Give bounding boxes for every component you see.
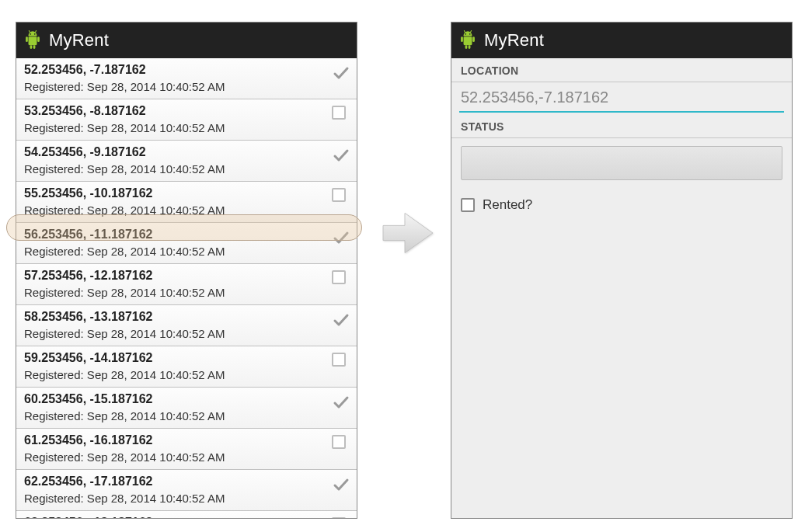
list-item[interactable]: 58.253456, -13.187162Registered: Sep 28,… [16,305,357,346]
list-item-registered: Registered: Sep 28, 2014 10:40:52 AM [24,408,349,425]
svg-rect-4 [33,45,36,49]
list-item[interactable]: 57.253456, -12.187162Registered: Sep 28,… [16,264,357,305]
svg-line-8 [35,30,36,33]
checkbox-empty[interactable] [332,188,347,203]
svg-rect-2 [37,37,40,42]
checkbox-empty[interactable] [332,270,347,286]
svg-point-6 [34,33,36,35]
detail-screen: MyRent LOCATION STATUS Rented? [451,22,793,519]
svg-point-14 [465,33,466,35]
list-item[interactable]: 56.253456, -11.187162Registered: Sep 28,… [16,223,357,264]
svg-rect-13 [469,45,471,49]
svg-rect-10 [461,37,463,42]
list-item[interactable]: 60.253456, -15.187162Registered: Sep 28,… [16,388,357,429]
list-item[interactable]: 53.253456, -8.187162Registered: Sep 28, … [16,99,357,141]
list-item-coords: 60.253456, -15.187162 [24,391,349,408]
list-item-registered: Registered: Sep 28, 2014 10:40:52 AM [24,490,349,507]
checkbox-empty[interactable] [332,106,347,121]
svg-rect-1 [26,37,28,42]
svg-rect-3 [30,45,33,49]
list-item-registered: Registered: Sep 28, 2014 10:40:52 AM [24,202,349,219]
list-item-registered: Registered: Sep 28, 2014 10:40:52 AM [24,367,349,384]
date-button[interactable] [461,146,782,180]
list-item-registered: Registered: Sep 28, 2014 10:40:52 AM [24,284,349,301]
list-item-registered: Registered: Sep 28, 2014 10:40:52 AM [24,449,349,466]
checkbox-empty[interactable] [332,435,347,450]
list-item-coords: 54.253456, -9.187162 [24,144,349,161]
rented-checkbox[interactable] [461,198,475,212]
android-icon [459,30,476,50]
svg-point-15 [469,33,471,35]
checkbox-empty[interactable] [332,353,347,368]
action-bar: MyRent [16,23,357,58]
svg-rect-9 [464,37,472,45]
checkbox-empty[interactable] [332,517,347,518]
action-bar: MyRent [451,23,792,58]
check-icon[interactable] [332,394,347,409]
list-item-coords: 63.253456, -18.187162 [24,514,349,518]
list-item[interactable]: 54.253456, -9.187162Registered: Sep 28, … [16,141,357,182]
list-item[interactable]: 55.253456, -10.187162Registered: Sep 28,… [16,182,357,223]
list-item[interactable]: 62.253456, -17.187162Registered: Sep 28,… [16,470,357,511]
list-item-coords: 57.253456, -12.187162 [24,267,349,284]
svg-line-17 [470,30,471,33]
location-input[interactable] [459,85,784,113]
svg-rect-12 [465,45,468,49]
list-item-coords: 56.253456, -11.187162 [24,226,349,243]
list-item-registered: Registered: Sep 28, 2014 10:40:52 AM [24,325,349,342]
svg-line-7 [29,30,30,33]
list-item-coords: 59.253456, -14.187162 [24,349,349,367]
list-item-registered: Registered: Sep 28, 2014 10:40:52 AM [24,120,349,137]
location-header: LOCATION [451,58,792,82]
list-item[interactable]: 63.253456, -18.187162Registered: Sep 28,… [16,511,357,518]
svg-rect-11 [472,37,475,42]
check-icon[interactable] [332,229,347,245]
list-item-coords: 52.253456, -7.187162 [24,61,349,78]
arrow-icon [377,202,439,264]
app-title: MyRent [484,30,544,50]
list-item[interactable]: 52.253456, -7.187162Registered: Sep 28, … [16,58,357,99]
list-item-coords: 53.253456, -8.187162 [24,103,349,120]
android-icon [24,30,41,50]
rented-label: Rented? [483,197,532,213]
residence-list[interactable]: 52.253456, -7.187162Registered: Sep 28, … [16,58,357,518]
app-title: MyRent [49,30,109,50]
list-item-coords: 55.253456, -10.187162 [24,185,349,202]
list-item-coords: 62.253456, -17.187162 [24,473,349,490]
list-item-registered: Registered: Sep 28, 2014 10:40:52 AM [24,78,349,96]
check-icon[interactable] [332,64,347,80]
check-icon[interactable] [332,147,347,162]
list-item-registered: Registered: Sep 28, 2014 10:40:52 AM [24,243,349,260]
svg-rect-0 [29,37,37,45]
svg-line-16 [464,30,465,33]
svg-point-5 [30,33,31,35]
list-screen: MyRent 52.253456, -7.187162Registered: S… [16,22,357,519]
check-icon[interactable] [332,476,347,492]
check-icon[interactable] [332,311,347,327]
list-item-coords: 61.253456, -16.187162 [24,432,349,449]
status-header: STATUS [451,114,792,138]
detail-body: LOCATION STATUS Rented? [451,58,792,518]
list-item-registered: Registered: Sep 28, 2014 10:40:52 AM [24,161,349,178]
list-item[interactable]: 59.253456, -14.187162Registered: Sep 28,… [16,346,357,388]
list-item[interactable]: 61.253456, -16.187162Registered: Sep 28,… [16,429,357,470]
list-item-coords: 58.253456, -13.187162 [24,308,349,325]
